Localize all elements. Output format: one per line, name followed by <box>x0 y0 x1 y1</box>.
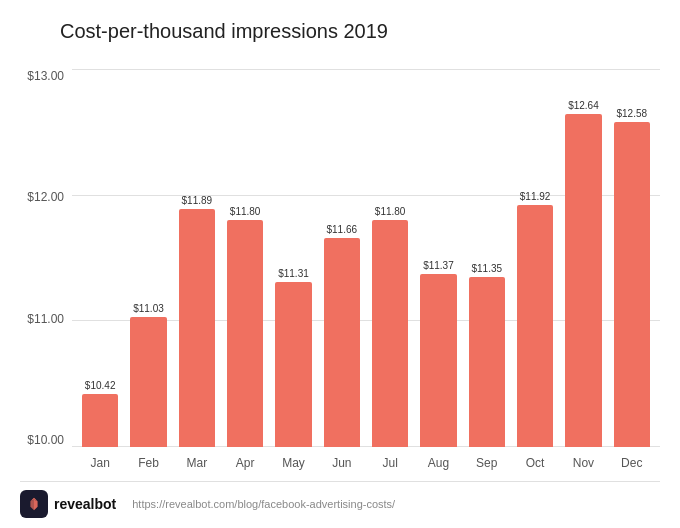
bar-value-label: $11.31 <box>278 268 309 279</box>
x-axis-label: Jun <box>318 456 366 470</box>
bar-value-label: $11.66 <box>327 224 358 235</box>
y-axis-label: $11.00 <box>27 312 64 326</box>
bar <box>565 114 601 447</box>
bar-group: $12.58 <box>608 69 656 447</box>
bar <box>324 238 360 447</box>
x-axis-label: Dec <box>608 456 656 470</box>
footer-url: https://revealbot.com/blog/facebook-adve… <box>132 498 395 510</box>
y-axis: $13.00$12.00$11.00$10.00 <box>20 59 72 477</box>
bar-value-label: $11.03 <box>133 303 164 314</box>
bar <box>517 205 553 447</box>
bar <box>469 277 505 447</box>
bar-value-label: $12.64 <box>568 100 599 111</box>
x-axis-label: Aug <box>414 456 462 470</box>
bar <box>420 274 456 447</box>
bar <box>275 282 311 447</box>
chart-area: $13.00$12.00$11.00$10.00 $10.42$11.03$11… <box>20 59 660 477</box>
bar-group: $12.64 <box>559 69 607 447</box>
bar-group: $11.89 <box>173 69 221 447</box>
bar-group: $11.31 <box>269 69 317 447</box>
x-axis-label: Apr <box>221 456 269 470</box>
chart-inner: $10.42$11.03$11.89$11.80$11.31$11.66$11.… <box>72 59 660 477</box>
bar-value-label: $11.37 <box>423 260 454 271</box>
x-axis-label: Feb <box>124 456 172 470</box>
bar-value-label: $10.42 <box>85 380 116 391</box>
bar-group: $11.03 <box>124 69 172 447</box>
x-axis-label: Nov <box>559 456 607 470</box>
bar-value-label: $11.89 <box>182 195 213 206</box>
bar <box>614 122 650 447</box>
bars-row: $10.42$11.03$11.89$11.80$11.31$11.66$11.… <box>72 69 660 447</box>
x-axis-label: Sep <box>463 456 511 470</box>
y-axis-label: $13.00 <box>27 69 64 83</box>
chart-title: Cost-per-thousand impressions 2019 <box>60 20 660 43</box>
bar-value-label: $11.35 <box>471 263 502 274</box>
x-axis-label: Mar <box>173 456 221 470</box>
revealbot-logo-icon <box>20 490 48 518</box>
bar-group: $10.42 <box>76 69 124 447</box>
x-labels: JanFebMarAprMayJunJulAugSepOctNovDec <box>72 449 660 477</box>
bar-group: $11.80 <box>221 69 269 447</box>
x-axis-label: May <box>269 456 317 470</box>
bar <box>372 220 408 447</box>
bar <box>82 394 118 447</box>
logo-text: revealbot <box>54 496 116 512</box>
bar-group: $11.66 <box>318 69 366 447</box>
bar-value-label: $11.80 <box>375 206 406 217</box>
bar-value-label: $11.92 <box>520 191 551 202</box>
bar-group: $11.35 <box>463 69 511 447</box>
x-axis-label: Jul <box>366 456 414 470</box>
bar-group: $11.92 <box>511 69 559 447</box>
bar <box>227 220 263 447</box>
y-axis-label: $10.00 <box>27 433 64 447</box>
bar-value-label: $11.80 <box>230 206 261 217</box>
y-axis-label: $12.00 <box>27 190 64 204</box>
footer: revealbot https://revealbot.com/blog/fac… <box>20 481 660 518</box>
x-axis-label: Oct <box>511 456 559 470</box>
bar <box>179 209 215 447</box>
bar-value-label: $12.58 <box>616 108 647 119</box>
bar-group: $11.37 <box>414 69 462 447</box>
x-axis-label: Jan <box>76 456 124 470</box>
bar-group: $11.80 <box>366 69 414 447</box>
bar <box>130 317 166 447</box>
logo-area: revealbot <box>20 490 116 518</box>
